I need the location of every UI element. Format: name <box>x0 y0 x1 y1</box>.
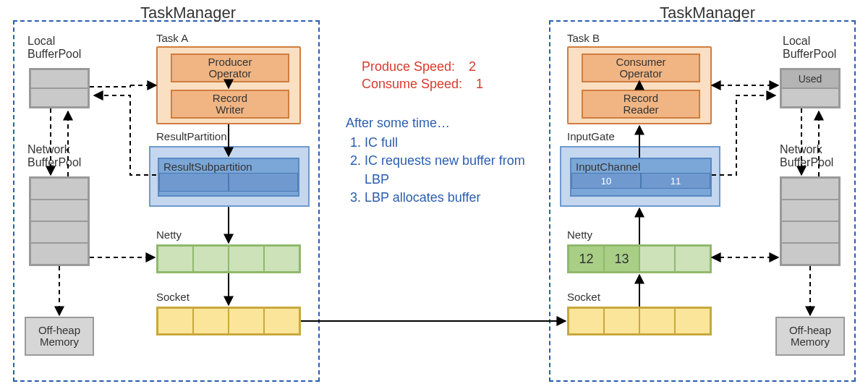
socket-cell <box>639 308 675 334</box>
right-local-bp: Used <box>780 68 841 108</box>
right-offheap: Off-heap Memory <box>775 317 845 356</box>
netty-cell: 12 <box>569 246 604 272</box>
left-offheap: Off-heap Memory <box>25 317 94 356</box>
socket-cell <box>264 308 299 334</box>
netty-cell <box>193 246 229 272</box>
netty-cell <box>229 246 264 272</box>
right-socket <box>567 307 712 335</box>
left-local-bp-label: Local BufferPool <box>27 35 81 61</box>
left-network-bp <box>29 176 90 266</box>
socket-cell <box>193 308 229 334</box>
socket-cell <box>675 308 710 334</box>
task-b-label: Task B <box>567 32 600 44</box>
left-netty <box>156 244 301 273</box>
producer-operator: Producer Operator <box>171 54 289 82</box>
rsp-cell <box>229 173 298 192</box>
right-title: TaskManager <box>621 4 794 22</box>
ic-cell: 11 <box>641 173 710 189</box>
produce-speed-value: 2 <box>469 59 476 74</box>
buffer-row <box>30 243 88 265</box>
socket-cell <box>569 308 604 334</box>
buffer-row <box>781 200 839 221</box>
ic-title: InputChannel <box>571 159 710 173</box>
left-network-bp-label: Network BufferPool <box>27 143 81 170</box>
record-reader: Record Reader <box>582 90 700 119</box>
ic-cell: 10 <box>571 173 641 189</box>
rsp-cell <box>159 173 229 192</box>
netty-cell <box>639 246 675 272</box>
notes: After some time… IC full IC requests new… <box>346 114 541 207</box>
rp-label: ResultPartition <box>156 130 227 142</box>
buffer-row <box>30 200 88 221</box>
notes-header: After some time… <box>346 114 541 132</box>
ig-label: InputGate <box>567 130 615 142</box>
buffer-row-used: Used <box>781 69 839 88</box>
consume-speed: Consume Speed: 1 <box>362 77 483 92</box>
left-local-bp <box>29 68 90 108</box>
note-step: LBP allocates buffer <box>365 189 541 207</box>
note-step: IC full <box>365 134 541 152</box>
left-socket <box>156 307 301 335</box>
record-writer: Record Writer <box>171 90 289 119</box>
right-local-bp-label: Local BufferPool <box>783 35 836 61</box>
consumer-operator: Consumer Operator <box>582 54 700 82</box>
consume-speed-label: Consume Speed: <box>362 77 462 91</box>
result-subpartition: ResultSubpartition <box>158 158 299 197</box>
socket-cell <box>229 308 264 334</box>
buffer-row <box>30 221 88 243</box>
netty-cell: 13 <box>604 246 639 272</box>
rsp-title: ResultSubpartition <box>159 159 298 173</box>
buffer-row <box>781 243 839 265</box>
socket-cell <box>604 308 639 334</box>
socket-cell <box>158 308 193 334</box>
note-step: IC requests new buffer from LBP <box>365 152 541 188</box>
right-network-bp-label: Network BufferPool <box>780 143 833 170</box>
buffer-row <box>30 178 88 200</box>
buffer-row <box>30 69 88 88</box>
produce-speed-label: Produce Speed: <box>362 59 455 74</box>
left-socket-label: Socket <box>156 291 190 303</box>
task-b: Consumer Operator Record Reader <box>567 46 712 124</box>
buffer-row <box>30 88 88 107</box>
right-netty-label: Netty <box>567 228 592 241</box>
buffer-row <box>781 88 839 107</box>
netty-cell <box>675 246 710 272</box>
right-socket-label: Socket <box>567 291 600 303</box>
input-channel: InputChannel 10 11 <box>570 158 712 197</box>
consume-speed-value: 1 <box>476 77 483 91</box>
left-title: TaskManager <box>101 4 275 22</box>
buffer-row <box>781 178 839 200</box>
right-netty: 12 13 <box>567 244 712 273</box>
right-network-bp <box>780 176 841 266</box>
task-a: Producer Operator Record Writer <box>156 46 301 124</box>
task-a-label: Task A <box>156 32 188 44</box>
netty-cell <box>264 246 299 272</box>
netty-cell <box>158 246 193 272</box>
left-netty-label: Netty <box>156 228 182 241</box>
buffer-row <box>781 221 839 243</box>
produce-speed: Produce Speed: 2 <box>362 59 476 74</box>
